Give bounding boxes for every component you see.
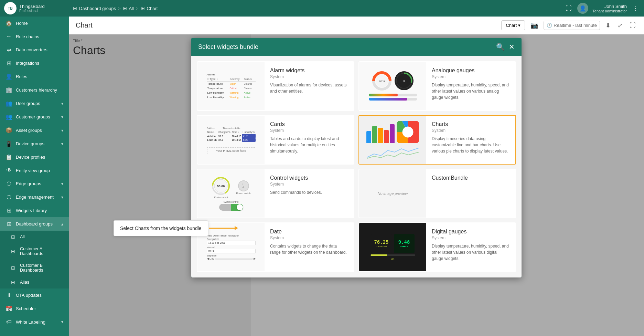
sidebar-item-rule-chains[interactable]: ↔ Rule chains bbox=[0, 30, 69, 43]
alarm-widgets-system: System bbox=[270, 74, 348, 79]
sidebar-item-entity-view-group[interactable]: 👁 Entity view group bbox=[0, 164, 69, 177]
sidebar-item-device-profiles[interactable]: 📋 Device profiles bbox=[0, 150, 69, 164]
topbar: TB ThingsBoard Professional ⊞ Dashboard … bbox=[0, 0, 644, 17]
content-area: Chart Chart ▾ 📷 🕐 Realtime - last minute… bbox=[69, 17, 644, 336]
sidebar-item-customers-hierarchy[interactable]: 🏢 Customers hierarchy bbox=[0, 83, 69, 97]
header-actions: Chart ▾ 📷 🕐 Realtime - last minute ⬇ ⤢ ⛶ bbox=[501, 20, 637, 31]
cards-system: System bbox=[270, 128, 348, 133]
chart-edit-area: Title * Charts Select Charts from the wi… bbox=[69, 34, 644, 336]
ota-updates-icon: ⬆ bbox=[6, 292, 12, 298]
maximize-icon[interactable]: ⛶ bbox=[628, 20, 637, 30]
search-icon[interactable]: 🔍 bbox=[496, 43, 505, 51]
sidebar-sublabel-all: All bbox=[20, 234, 63, 239]
widget-bundle-panel: Select widgets bundle 🔍 ✕ bbox=[191, 38, 522, 277]
no-image-text: No image preview bbox=[359, 169, 426, 218]
camera-icon[interactable]: 📷 bbox=[529, 20, 539, 31]
customer-a-icon: ⊞ bbox=[10, 249, 17, 254]
sidebar-item-integrations[interactable]: ⊞ Integrations bbox=[0, 56, 69, 70]
more-options-icon[interactable]: ⋮ bbox=[631, 3, 640, 13]
sidebar-label-data-converters: Data converters bbox=[16, 47, 63, 52]
sidebar-subitem-customer-a[interactable]: ⊞ Customer A Dashboards bbox=[0, 243, 69, 260]
sidebar-item-roles[interactable]: 👤 Roles bbox=[0, 70, 69, 83]
asset-groups-icon: 📦 bbox=[6, 127, 12, 134]
customers-hierarchy-icon: 🏢 bbox=[6, 87, 12, 93]
alias-icon: ⊞ bbox=[10, 280, 17, 285]
widget-card-alarm-widgets[interactable]: Alarms □ Type ↓SeverityStatus Temperatur… bbox=[197, 61, 354, 111]
clock-icon: 🕐 bbox=[547, 23, 552, 28]
download-icon[interactable]: ⬇ bbox=[604, 20, 612, 31]
logo-sub: Professional bbox=[19, 9, 45, 13]
fullscreen-icon[interactable]: ⛶ bbox=[564, 3, 573, 13]
time-filter-button[interactable]: 🕐 Realtime - last minute bbox=[544, 21, 600, 30]
analogue-gauges-name: Analogue gauges bbox=[432, 67, 510, 74]
widget-card-charts[interactable]: Charts System Display timeseries data us… bbox=[358, 115, 516, 165]
widgets-library-icon: ⊞ bbox=[6, 207, 12, 214]
cards-name: Cards bbox=[270, 121, 348, 127]
sidebar-item-asset-groups[interactable]: 📦 Asset groups ▾ bbox=[0, 124, 69, 137]
widget-card-custom-bundle[interactable]: No image preview CustomBundle bbox=[358, 169, 516, 218]
sidebar-subitem-alias[interactable]: ⊞ Alias bbox=[0, 276, 69, 288]
widget-card-cards[interactable]: Entities Timeseries table Name ↓Charged,… bbox=[197, 115, 354, 165]
edge-management-icon: ⬡ bbox=[6, 194, 12, 200]
charts-desc: Display timeseries data using customizab… bbox=[432, 136, 510, 154]
sidebar-item-dashboard-groups[interactable]: ⊞ Dashboard groups ▴ bbox=[0, 217, 69, 231]
widget-card-analogue-gauges[interactable]: DTN bbox=[358, 61, 516, 111]
alarm-widgets-info: Alarm widgets System Visualization of al… bbox=[265, 62, 354, 110]
custom-bundle-preview: No image preview bbox=[359, 169, 426, 218]
sidebar-item-scheduler[interactable]: 📅 Scheduler bbox=[0, 302, 69, 315]
widget-card-digital-gauges[interactable]: 76.25 0MPH100 9.48 ●●●●●● bbox=[358, 222, 516, 272]
widget-card-control-widgets[interactable]: 50.00 Knob control I0 bbox=[197, 169, 354, 218]
widget-grid: Alarms □ Type ↓SeverityStatus Temperatur… bbox=[197, 61, 516, 272]
digital-gauges-info: Digital gauges System Display temperatur… bbox=[426, 223, 515, 271]
control-widgets-name: Control widgets bbox=[270, 175, 348, 181]
sidebar-item-ota-updates[interactable]: ⬆ OTA updates bbox=[0, 288, 69, 302]
user-role: Tenant administrator bbox=[592, 9, 627, 13]
alarm-widgets-desc: Visualization of alarms for devices, ass… bbox=[270, 82, 348, 94]
sidebar-item-user-groups[interactable]: 👥 User groups ▾ bbox=[0, 97, 69, 110]
callout-text: Select Charts from the widgets bundle bbox=[120, 225, 202, 231]
logo-text: ThingsBoard bbox=[19, 4, 45, 9]
expand-icon[interactable]: ⤢ bbox=[616, 20, 624, 31]
topbar-right: ⛶ 👤 John Smith Tenant administrator ⋮ bbox=[564, 3, 640, 14]
close-icon[interactable]: ✕ bbox=[509, 43, 515, 51]
sidebar: 🏠 Home ↔ Rule chains ⇌ Data converters ⊞… bbox=[0, 17, 69, 336]
sidebar-item-edge-management[interactable]: ⬡ Edge management ▾ bbox=[0, 190, 69, 204]
sidebar-item-white-labeling[interactable]: 🏷 White Labeling ▾ bbox=[0, 315, 69, 328]
customer-groups-icon: 👥 bbox=[6, 114, 12, 120]
user-info: John Smith Tenant administrator bbox=[592, 4, 627, 13]
sidebar-label-ota-updates: OTA updates bbox=[16, 293, 63, 298]
sidebar-subitem-all[interactable]: ⊞ All bbox=[0, 231, 69, 243]
customer-b-icon: ⊞ bbox=[10, 265, 17, 271]
sidebar-item-device-groups[interactable]: 📱 Device groups ▾ bbox=[0, 137, 69, 150]
breadcrumb-item2[interactable]: All bbox=[129, 6, 134, 11]
chart-button[interactable]: Chart ▾ bbox=[501, 20, 525, 30]
sidebar-item-home[interactable]: 🏠 Home bbox=[0, 17, 69, 30]
widget-bundle-header: Select widgets bundle 🔍 ✕ bbox=[191, 38, 522, 56]
time-label: Realtime - last minute bbox=[554, 23, 597, 28]
breadcrumb-sep2: > bbox=[136, 6, 139, 11]
alarm-widgets-preview: Alarms □ Type ↓SeverityStatus Temperatur… bbox=[197, 62, 265, 110]
svg-text:DTN: DTN bbox=[379, 80, 385, 83]
sidebar-item-data-converters[interactable]: ⇌ Data converters bbox=[0, 43, 69, 56]
sidebar-label-edge-groups: Edge groups bbox=[16, 181, 58, 186]
entity-view-group-icon: 👁 bbox=[6, 167, 12, 174]
control-widgets-info: Control widgets System Send commands to … bbox=[265, 169, 354, 218]
widget-bundle-overlay: Select widgets bundle 🔍 ✕ bbox=[69, 34, 644, 336]
white-labeling-icon: 🏷 bbox=[6, 319, 12, 325]
widget-bundle-body[interactable]: Alarms □ Type ↓SeverityStatus Temperatur… bbox=[191, 56, 522, 277]
sidebar-sublabel-customer-a: Customer A Dashboards bbox=[20, 246, 63, 256]
content-header: Chart Chart ▾ 📷 🕐 Realtime - last minute… bbox=[69, 17, 644, 34]
sidebar-item-edge-groups[interactable]: ⬡ Edge groups ▾ bbox=[0, 177, 69, 190]
date-system: System bbox=[270, 235, 348, 240]
sidebar-subitem-customer-b[interactable]: ⊞ Customer B Dashboards bbox=[0, 260, 69, 276]
widget-card-date[interactable]: New Date-range-navigator Date picker 16-… bbox=[197, 222, 354, 272]
sidebar-item-customer-groups[interactable]: 👥 Customer groups ▾ bbox=[0, 110, 69, 124]
sidebar-item-widgets-library[interactable]: ⊞ Widgets Library bbox=[0, 204, 69, 217]
charts-name: Charts bbox=[432, 121, 510, 127]
digital-gauges-desc: Display temperature, humidity, speed, an… bbox=[432, 243, 510, 262]
analogue-gauges-info: Analogue gauges System Display temperatu… bbox=[426, 62, 515, 110]
breadcrumb-item1[interactable]: Dashboard groups bbox=[79, 6, 116, 11]
digital-gauges-preview: 76.25 0MPH100 9.48 ●●●●●● bbox=[359, 223, 426, 271]
asset-groups-arrow: ▾ bbox=[61, 128, 63, 133]
edge-groups-icon: ⬡ bbox=[6, 180, 12, 187]
